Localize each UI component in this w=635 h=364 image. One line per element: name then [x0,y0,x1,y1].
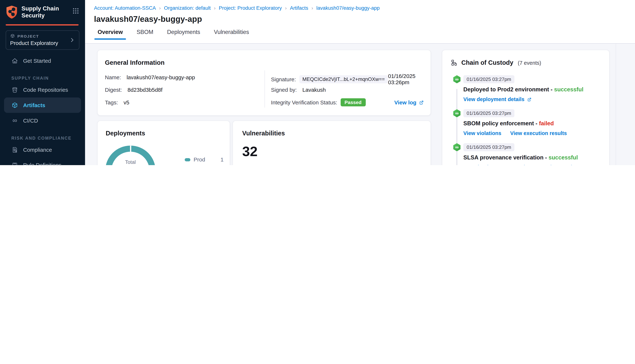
chain-of-custody-card: Chain of Custody (7 events) 01/16/2025 0… [442,50,610,165]
event-status: successful [547,154,578,160]
tab-bar: Overview SBOM Deployments Vulnerabilitie… [97,29,635,40]
signature-value: MEQCICde2VjIT...bL+2+mqnOXw== [299,75,388,83]
tab-sbom[interactable]: SBOM [136,29,154,40]
project-selector[interactable]: PROJECT Product Exploratory [6,30,79,50]
sidebar-item-code-repositories[interactable]: Code Repositories [0,82,85,98]
status-badge: Passed [340,98,366,106]
breadcrumb-current[interactable]: lavakush07/easy-buggy-app [316,5,380,11]
general-information-card: General Information Name: lavakush07/eas… [97,50,431,116]
main-content: General Information Name: lavakush07/eas… [85,44,635,165]
sidebar-item-compliance[interactable]: Compliance [0,142,85,158]
infinity-icon: ∞ [12,117,18,124]
event-timestamp: 01/16/2025 03:27pm [463,143,514,151]
deployments-donut-chart: Total Deployments 1 [105,146,155,165]
external-link-icon [419,100,424,105]
card-title: Deployments [106,130,145,137]
module-grid-icon[interactable] [72,8,79,15]
custody-timeline: 01/16/2025 03:27pm∞Deployed to Prod2 env… [442,75,609,165]
event-timestamp: 01/16/2025 03:27pm [463,75,514,83]
chevron-right-icon [69,37,75,43]
event-title: SBOM policy enforcement - failed [463,120,554,126]
app-window: Supply Chain Security PROJECT Product Ex… [0,0,635,165]
card-title: Vulnerabilities [242,130,285,137]
event-status: failed [537,120,554,126]
vulnerabilities-total: 32 [242,144,257,160]
legend-item-prod: Prod 1 [185,156,224,162]
compliance-doc-icon [12,146,18,153]
custody-event: 01/16/2025 03:27pm∞SBOM policy enforceme… [442,109,609,136]
events-count: (7 events) [518,60,541,66]
event-links: View deployment details [463,96,602,102]
pipeline-hexagon-icon: ∞ [453,143,461,151]
custody-event: 01/16/2025 03:27pm∞Deployed to Prod2 env… [442,75,609,102]
artifact-name: lavakush07/easy-buggy-app [127,74,195,80]
deployments-legend: Prod 1 Pre Prod 0 [185,156,224,165]
event-link[interactable]: View deployment details [463,96,532,102]
tab-vulnerabilities[interactable]: Vulnerabilities [213,29,250,40]
home-icon [12,58,18,64]
app-title: Supply Chain Security [22,5,69,20]
content-edge-divider [616,44,616,165]
sidebar-item-get-started[interactable]: Get Started [0,53,85,68]
download-icon [506,165,511,165]
event-title: Deployed to Prod2 environment - successf… [463,86,583,93]
deployments-card: Deployments Total Deployments 1 Prod 1 P… [97,120,230,165]
breadcrumb: Account: Automation-SSCA› Organization: … [85,0,635,11]
sidebar-nav: Get Started SUPPLY CHAIN Code Repositori… [0,53,85,165]
accent-rule [6,24,79,26]
legend-value-prod: 1 [221,156,224,162]
signed-by-label: Signed by: [271,87,297,93]
event-link[interactable]: View execution results [510,130,567,136]
page-header: Account: Automation-SSCA› Organization: … [85,0,635,44]
event-title: SLSA provenance verification - successfu… [463,154,578,160]
artifact-tags: v5 [123,100,129,106]
chain-of-custody-icon [450,59,458,66]
signature-timestamp: 01/16/2025 03:26pm [388,73,424,85]
custody-event: 01/16/2025 03:27pm∞SLSA provenance verif… [442,143,609,165]
event-links: Download SLSAView execution results [463,164,602,165]
sidebar-item-rule-definitions[interactable]: Rule Definitions [0,158,85,165]
artifacts-cube-icon [12,102,18,108]
event-link[interactable]: View execution results [520,164,577,165]
clipboard-check-icon [12,162,18,165]
integrity-status-label: Integrity Verification Status: [271,99,337,105]
name-label: Name: [105,74,121,80]
external-link-icon [527,97,532,102]
column-divider [264,70,265,108]
breadcrumb-account[interactable]: Account: Automation-SSCA [94,5,156,11]
event-timestamp: 01/16/2025 03:27pm [463,109,514,117]
tab-deployments[interactable]: Deployments [166,29,201,40]
sidebar-item-cicd[interactable]: ∞ CI/CD [0,113,85,128]
tags-label: Tags: [105,100,118,106]
artifact-digest: 8d23bd3b5d8f [127,87,162,93]
view-log-link[interactable]: View log [394,99,424,105]
sidebar: Supply Chain Security PROJECT Product Ex… [0,0,85,165]
event-link[interactable]: View violations [463,130,501,136]
event-links: View violationsView execution results [463,130,602,136]
tab-overview[interactable]: Overview [97,29,124,40]
signed-by-value: Lavakush [302,87,326,93]
sidebar-item-artifacts[interactable]: Artifacts [4,98,81,113]
card-title: Chain of Custody [461,59,513,66]
app-logo-row: Supply Chain Security [0,0,85,23]
event-status: successful [552,86,583,93]
breadcrumb-artifacts[interactable]: Artifacts [290,5,308,11]
signature-label: Signature: [271,76,296,82]
section-supply-chain: SUPPLY CHAIN [12,76,85,80]
code-repo-icon [12,86,18,93]
project-label: PROJECT [18,34,39,38]
chain-of-custody-header: Chain of Custody (7 events) [450,59,541,66]
section-risk-and-compliance: RISK AND COMPLIANCE [12,136,85,140]
project-name: Product Exploratory [10,40,69,46]
legend-swatch-prod [185,158,190,161]
donut-center-label: Total Deployments [111,159,149,165]
supply-chain-security-logo-icon [6,6,18,19]
project-cube-icon [10,34,15,38]
breadcrumb-project[interactable]: Project: Product Exploratory [219,5,282,11]
breadcrumb-organization[interactable]: Organization: default [164,5,210,11]
card-title: General Information [105,59,165,66]
pipeline-hexagon-icon: ∞ [453,109,461,117]
vulnerabilities-card: Vulnerabilities 32 12 CRITICAL 10 HIGH 5… [233,120,431,165]
page-title: lavakush07/easy-buggy-app [94,14,635,24]
event-link[interactable]: Download SLSA [463,164,511,165]
